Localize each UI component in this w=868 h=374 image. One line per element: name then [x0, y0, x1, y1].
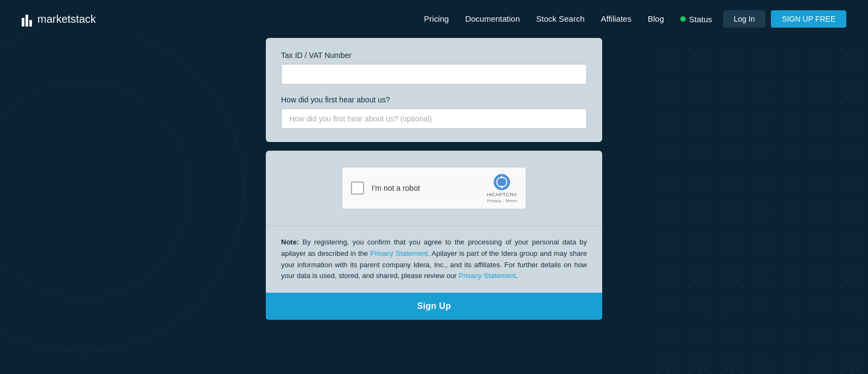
nav-item-pricing[interactable]: Pricing [424, 14, 449, 24]
captcha-section: I'm not a robot reCAPTCHA [266, 151, 602, 225]
recaptcha-logo [493, 173, 510, 191]
nav-link-status[interactable]: Status [689, 15, 712, 24]
logo-bar-1 [22, 18, 24, 27]
tax-id-label: Tax ID / VAT Number [281, 51, 587, 60]
main-content: Tax ID / VAT Number How did you first he… [0, 38, 868, 331]
captcha-left: I'm not a robot [351, 182, 420, 195]
navbar: marketstack Pricing Documentation Stock … [0, 0, 868, 38]
nav-item-documentation[interactable]: Documentation [465, 14, 520, 24]
nav-actions: Log In SIGN UP FREE [723, 10, 846, 28]
hear-about-input[interactable] [281, 108, 587, 129]
note-paragraph: Note: By registering, you confirm that y… [281, 237, 587, 282]
tax-id-card: Tax ID / VAT Number How did you first he… [266, 38, 602, 142]
nav-item-status[interactable]: Status [680, 15, 712, 24]
captcha-terms-link[interactable]: Terms [505, 198, 517, 203]
captcha-widget[interactable]: I'm not a robot reCAPTCHA [342, 167, 526, 209]
privacy-statement-link-1[interactable]: Privacy Statement [370, 249, 427, 257]
captcha-brand-text: reCAPTCHA [487, 192, 517, 197]
captcha-signup-card: I'm not a robot reCAPTCHA [266, 151, 602, 320]
logo-text: marketstack [37, 13, 96, 25]
login-button[interactable]: Log In [723, 10, 766, 28]
logo-bar-2 [25, 15, 28, 27]
captcha-right: reCAPTCHA Privacy - Terms [487, 173, 517, 203]
signup-free-button[interactable]: SIGN UP FREE [771, 10, 846, 28]
privacy-statement-link-2[interactable]: Privacy Statement [458, 272, 516, 280]
signup-button[interactable]: Sign Up [266, 293, 602, 320]
nav-item-blog[interactable]: Blog [648, 14, 664, 24]
nav-link-documentation[interactable]: Documentation [465, 14, 520, 23]
note-bold: Note: [281, 238, 299, 246]
hear-about-label: How did you first hear about us? [281, 95, 587, 104]
status-dot [680, 16, 686, 22]
note-section: Note: By registering, you confirm that y… [266, 225, 602, 293]
form-container: Tax ID / VAT Number How did you first he… [266, 38, 602, 320]
nav-item-affiliates[interactable]: Affiliates [601, 14, 631, 24]
nav-links: Pricing Documentation Stock Search Affil… [424, 14, 712, 24]
nav-link-pricing[interactable]: Pricing [424, 14, 449, 23]
signup-button-label: Sign Up [417, 301, 451, 311]
captcha-privacy-link[interactable]: Privacy [487, 198, 501, 203]
nav-link-stock-search[interactable]: Stock Search [536, 14, 584, 23]
nav-item-stock-search[interactable]: Stock Search [536, 14, 584, 24]
logo-icon [22, 11, 32, 27]
nav-link-affiliates[interactable]: Affiliates [601, 14, 631, 23]
captcha-checkbox[interactable] [351, 182, 364, 195]
note-text-3: . [516, 272, 518, 280]
captcha-links: Privacy - Terms [487, 198, 517, 203]
nav-link-blog[interactable]: Blog [648, 14, 664, 23]
tax-id-input[interactable] [281, 64, 587, 85]
logo-bar-3 [29, 20, 32, 27]
captcha-label: I'm not a robot [372, 184, 420, 192]
logo-link[interactable]: marketstack [22, 11, 96, 27]
hear-about-group: How did you first hear about us? [281, 95, 587, 129]
